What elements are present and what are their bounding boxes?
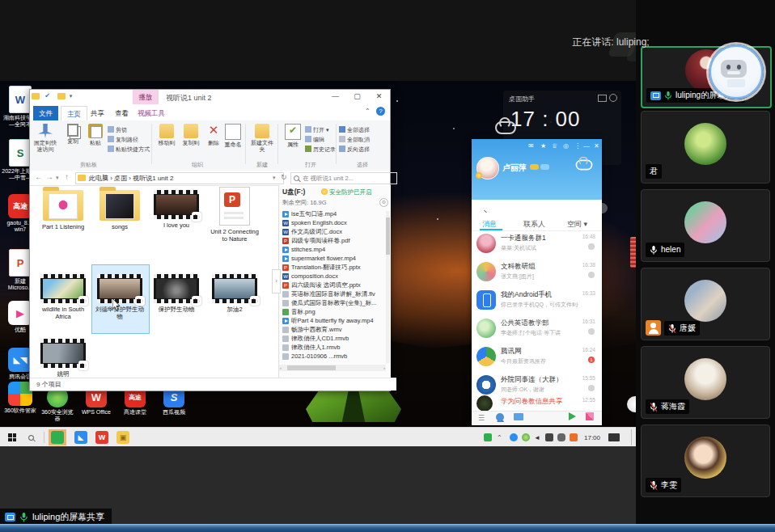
dressup-icon[interactable]: ♕ xyxy=(552,142,557,150)
minimize-button[interactable]: — xyxy=(324,90,346,104)
file-helper-icon[interactable] xyxy=(514,413,523,420)
qq-tab-space[interactable]: 空间 ▾ xyxy=(567,219,587,230)
usb-file[interactable]: lse五句口语.mp4 xyxy=(281,209,386,218)
history-button[interactable]: 历史记录 xyxy=(305,145,336,154)
tray-volume-icon[interactable]: ◄ xyxy=(534,434,540,441)
participant-tile[interactable]: 蒋海霞 xyxy=(641,346,770,419)
file-item-video[interactable]: wildlife in South Africa xyxy=(36,269,90,320)
tray-clock[interactable]: 17:00 xyxy=(584,434,600,441)
forward-button[interactable]: → xyxy=(45,172,53,181)
file-item-video[interactable]: 姚明 xyxy=(36,334,90,378)
tab-view[interactable]: 查看 xyxy=(109,106,134,120)
star-icon[interactable]: ★ xyxy=(540,142,546,150)
quick-access-folder-icon[interactable] xyxy=(57,93,66,99)
refresh-icon[interactable]: ↻ xyxy=(281,173,287,181)
mail-icon[interactable]: ✉ xyxy=(528,142,534,150)
search-input[interactable]: 在 视听说1 unit 2... xyxy=(290,172,397,184)
usb-file[interactable]: 律政俏佳人1.rmvb xyxy=(281,343,386,352)
quick-access-folder-icon[interactable] xyxy=(32,93,40,99)
file-item-video[interactable]: 保护野生动物 xyxy=(150,269,203,313)
usb-file[interactable]: 傻瓜式国际音标教学(全集)_标... xyxy=(281,298,386,307)
pin-quick-access-button[interactable]: 固定到快速访问 xyxy=(33,124,57,153)
move-to-button[interactable]: 移动到 xyxy=(155,124,179,146)
usb-file[interactable]: 2021-010906 ...rmvb xyxy=(281,352,386,361)
contextual-tab-play[interactable]: 播放 xyxy=(133,90,159,104)
usb-horizontal-scrollbar[interactable]: ‹› xyxy=(279,365,386,371)
usb-file[interactable]: 畅游中西教育.wmv xyxy=(281,325,386,334)
file-item-ppt[interactable]: P Unit 2 Connecting to Nature xyxy=(208,185,261,243)
more-menu-icon[interactable]: ⋮ xyxy=(574,142,581,150)
open-button[interactable]: 打开 ▾ xyxy=(305,125,336,135)
participant-tile[interactable]: 君 xyxy=(641,111,770,184)
browser-icon[interactable]: ◎ xyxy=(563,142,569,150)
usb-file[interactable]: 音标.png xyxy=(281,307,386,316)
tray-browser-icon[interactable] xyxy=(510,433,518,441)
usb-file[interactable]: W作文高级词汇.docx xyxy=(281,227,386,236)
desktop-icon-360-browser[interactable]: 360安全浏览器 xyxy=(39,386,76,422)
rename-button[interactable]: 重命名 xyxy=(221,124,245,148)
usb-file[interactable]: P四六级阅读 选词填空.pptx xyxy=(281,281,386,289)
usb-panel-collapse-handle[interactable]: › xyxy=(272,269,281,293)
usb-file[interactable]: 英语标准国际音标讲解_标清.flv xyxy=(281,289,386,298)
keyboard-icon[interactable] xyxy=(598,95,607,102)
taskbar-search-icon[interactable] xyxy=(26,433,32,438)
breadcrumb[interactable]: 此电脑 › 桌面 › 视听说1 unit 2 xyxy=(75,172,284,184)
tab-video-tools[interactable]: 视频工具 xyxy=(132,106,171,120)
select-none-button[interactable]: 全部取消 xyxy=(339,135,370,145)
qq-message-row[interactable]: 学为问卷教信息共享 12:55 xyxy=(472,395,602,411)
tray-record-icon[interactable] xyxy=(570,433,578,441)
file-item-video-selected[interactable]: 刘德华保护野生动物 xyxy=(93,269,146,320)
invert-selection-button[interactable]: 反向选择 xyxy=(339,145,370,154)
moon-icon[interactable] xyxy=(609,94,617,102)
usb-vertical-scrollbar[interactable] xyxy=(386,211,390,363)
paste-shortcut-button[interactable]: 粘贴快捷方式 xyxy=(108,145,150,154)
taskbar-folder-icon[interactable]: ▣ xyxy=(116,431,129,444)
copy-button[interactable]: 复制 xyxy=(61,124,85,145)
usb-file[interactable]: PTranslation-翻译技巧.pptx xyxy=(281,263,386,272)
close-button[interactable]: ✕ xyxy=(368,90,390,104)
qq-tab-contacts[interactable]: 联系人 xyxy=(523,219,545,230)
qq-search-input[interactable]: 搜索 xyxy=(476,203,608,213)
paste-button[interactable]: 粘贴 xyxy=(83,124,108,146)
address-dropdown-icon[interactable]: ▾ xyxy=(273,175,276,181)
copy-to-button[interactable]: 复制到 xyxy=(179,124,203,146)
tab-file[interactable]: 文件 xyxy=(33,106,58,120)
help-icon[interactable]: ? xyxy=(376,107,385,116)
menu-icon[interactable]: ☰ xyxy=(478,414,485,422)
tab-home[interactable]: 主页 xyxy=(61,106,87,121)
minimize-icon[interactable]: — xyxy=(583,142,590,150)
assistant-robot-overlay[interactable] xyxy=(709,44,764,99)
tray-keyboard-icon[interactable] xyxy=(608,433,620,441)
ribbon-collapse-icon[interactable]: ⌃ xyxy=(365,108,371,115)
taskbar-wps-icon[interactable]: W xyxy=(95,431,108,444)
file-item-folder[interactable]: Part 1 Listening xyxy=(36,187,90,230)
start-button[interactable] xyxy=(8,433,16,441)
usb-file[interactable]: Wspoken English.docx xyxy=(281,218,386,227)
quick-access-dropdown-icon[interactable]: ▾ xyxy=(70,93,73,99)
taskbar-wechat-icon[interactable] xyxy=(51,431,64,444)
participant-tile[interactable]: helen xyxy=(641,189,770,262)
tray-camera-icon[interactable] xyxy=(545,433,553,441)
file-item-folder[interactable]: songs xyxy=(93,187,146,230)
tray-qq-icon[interactable] xyxy=(484,433,492,441)
qq-message-row[interactable]: 一卡通服务群1菜菜:关机试试 16:48 xyxy=(472,230,602,259)
close-icon[interactable]: ✕ xyxy=(594,142,599,150)
properties-button[interactable]: ✔属性 xyxy=(281,124,305,148)
usb-file[interactable]: P四级专项阅读样卷.pdf xyxy=(281,236,386,245)
tray-safety-icon[interactable] xyxy=(522,433,530,441)
qq-weather-icon[interactable] xyxy=(574,158,595,171)
qq-message-row[interactable]: 我的Android手机你已登录手机QQ，可传文件到手机 16:33 xyxy=(472,287,602,315)
participant-tile[interactable]: 李雯 xyxy=(641,424,770,497)
maximize-button[interactable]: ▢ xyxy=(346,90,368,104)
qq-message-row[interactable]: 公共英语教学部李老师:打个电话 等下讲 16:31 xyxy=(472,315,602,344)
copy-path-button[interactable]: 复制路径 xyxy=(108,135,150,145)
usb-file[interactable]: 律政俏佳人CD1.rmvb xyxy=(281,334,386,343)
usb-file[interactable]: Wcomposition.docx xyxy=(281,272,386,281)
cut-button[interactable]: 剪切 xyxy=(108,125,150,135)
usb-file[interactable]: 听Part 4 butterfly fly away.mp4 xyxy=(281,316,386,325)
qq-message-row[interactable]: 外院同事连（大群）周老师:OK，谢谢 15:55 xyxy=(472,372,602,396)
show-desktop-button[interactable] xyxy=(631,429,632,445)
tencent-video-icon[interactable] xyxy=(569,412,576,420)
qq-message-row[interactable]: 文科教研组张文燕:[图片] 16:38 xyxy=(472,259,602,287)
recent-dropdown-icon[interactable]: ▾ xyxy=(56,175,59,181)
